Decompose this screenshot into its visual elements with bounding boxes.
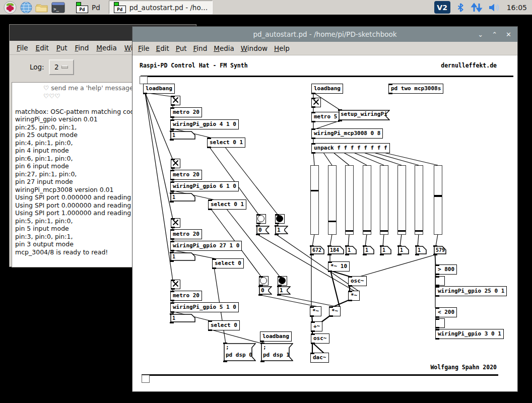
maximize-button[interactable]: ⌃ <box>492 31 497 38</box>
vslider[interactable] <box>363 165 371 235</box>
menu-put[interactable]: Put <box>56 44 68 52</box>
patch-title-comment: Raspi-PD Control Hat - FM Synth <box>140 62 248 69</box>
taskbar-item-label: Pd <box>92 4 100 12</box>
patch-menu-bar: File Edit Put Find Media Window Help <box>132 42 517 55</box>
menu-edit[interactable]: Edit <box>156 44 169 52</box>
bottom-rule <box>142 374 498 376</box>
log-level-value: 2 <box>54 63 59 71</box>
bang-button[interactable] <box>259 276 269 286</box>
wiringpi-gpio-object: wiringPi_gpio 6 1 0 <box>170 181 239 191</box>
times-object: *~ <box>310 306 321 316</box>
file-manager-icon[interactable] <box>35 1 49 14</box>
log-label: Log: <box>30 63 44 71</box>
number-box-672[interactable]: 672 <box>310 246 324 254</box>
taskbar-item-pd-autostart[interactable]: Pd pd_autostart.pd - /ho… <box>109 1 213 14</box>
wiringpi-gpio-object: wiringPi_gpio 4 1 0 <box>170 119 239 129</box>
patch-canvas[interactable]: Raspi-PD Control Hat - FM Synth dernulle… <box>132 55 517 391</box>
website-comment: dernulleffekt.de <box>441 62 497 69</box>
toggle-checked[interactable] <box>171 159 180 168</box>
system-tray: V2 16:05 <box>434 1 529 14</box>
pd-dsp-1-message[interactable]: ;pd dsp 1 <box>261 343 293 361</box>
toggle-checked[interactable] <box>171 218 180 228</box>
vslider[interactable] <box>397 165 406 235</box>
menu-window[interactable]: Window <box>241 44 268 52</box>
menu-media[interactable]: Media <box>214 44 234 52</box>
menu-put[interactable]: Put <box>176 44 187 52</box>
toggle-checked[interactable] <box>171 96 180 105</box>
bang-button[interactable] <box>256 214 266 224</box>
window-buttons: ⌄ ⌃ ✕ <box>478 27 511 42</box>
times10-object: *~ 10 <box>328 261 350 272</box>
loadbang-object: loadbang <box>143 84 175 94</box>
less-than-object: < 200 <box>435 307 457 317</box>
toggle-unchecked[interactable] <box>435 318 445 328</box>
wiringpi-gpio-object: wiringPi_gpio 27 1 0 <box>170 241 242 251</box>
window-title-bar[interactable]: pd_autostart.pd - /home/pi/PD-sketchbook… <box>132 27 517 42</box>
number-box[interactable]: 1 <box>170 131 195 140</box>
vslider[interactable] <box>345 165 354 235</box>
network-arrows-icon[interactable] <box>471 3 483 13</box>
osc-object: osc~ <box>348 276 367 286</box>
wiringpi-gpio-object: wiringPi_gpio 5 1 0 <box>170 302 239 312</box>
minimize-button[interactable]: ⌄ <box>478 31 483 38</box>
menu-find[interactable]: Find <box>75 44 89 52</box>
number-box-579[interactable]: 579 <box>434 246 446 254</box>
number-box[interactable]: 1 <box>380 246 391 254</box>
vslider[interactable] <box>310 165 319 235</box>
vnc-icon[interactable]: V2 <box>434 1 450 14</box>
menu-file[interactable]: File <box>138 44 150 52</box>
number-box[interactable]: 1 <box>170 314 195 322</box>
times-object: *~ <box>348 291 360 301</box>
message-0[interactable]: 0 <box>259 286 272 295</box>
select-object: select 0 <box>208 320 240 330</box>
number-box-184[interactable]: 184 <box>328 246 344 254</box>
window-title: pd_autostart.pd - /home/pi/PD-sketchbook <box>253 30 396 38</box>
toggle-checked[interactable] <box>171 280 180 289</box>
terminal-icon[interactable]: >_ <box>51 1 65 14</box>
loadbang-object: loadbang <box>311 84 343 94</box>
number-box[interactable]: 1 <box>346 246 357 254</box>
select-object: select 0 1 <box>207 138 245 148</box>
menu-edit[interactable]: Edit <box>36 44 49 52</box>
pd-dsp-0-message[interactable]: ;pd dsp 0 <box>224 343 256 361</box>
top-rule <box>141 76 513 77</box>
close-button[interactable]: ✕ <box>506 31 511 38</box>
menu-media[interactable]: Media <box>96 44 117 52</box>
menu-find[interactable]: Find <box>193 44 208 52</box>
dropdown-indicator-icon <box>61 65 68 69</box>
bottom-left-square[interactable] <box>142 375 150 383</box>
number-box[interactable]: 1 <box>363 246 374 254</box>
number-box[interactable]: 1 <box>170 252 195 261</box>
vslider[interactable] <box>328 165 337 235</box>
osc-object: osc~ <box>311 333 329 344</box>
toggle-checked[interactable] <box>311 98 321 107</box>
message-1[interactable]: 1 <box>275 226 288 234</box>
web-browser-icon[interactable] <box>19 1 33 14</box>
pd-window-icon: Pd <box>114 4 126 13</box>
raspberry-menu-icon[interactable] <box>3 1 17 14</box>
number-box[interactable]: 1 <box>398 246 409 254</box>
setup-wiringpi-message[interactable]: setup_wiringPi <box>339 110 390 120</box>
vslider[interactable] <box>380 165 388 235</box>
subpatch-two-mcp3008s[interactable]: pd two mcp3008s <box>388 84 443 94</box>
bang-button-active[interactable] <box>275 214 285 224</box>
vslider[interactable] <box>434 165 442 235</box>
bang-button-active[interactable] <box>278 276 287 286</box>
bluetooth-icon[interactable] <box>456 3 465 13</box>
number-box[interactable]: 1 <box>416 246 427 254</box>
number-box[interactable]: 1 <box>170 193 195 202</box>
menu-help[interactable]: Help <box>274 44 290 52</box>
metro-object: metro 20 <box>170 291 202 301</box>
taskbar-item-pd[interactable]: Pd Pd <box>72 1 105 14</box>
greater-than-object: > 800 <box>435 264 457 275</box>
message-1[interactable]: 1 <box>278 286 291 295</box>
message-0[interactable]: 0 <box>256 226 270 234</box>
volume-icon[interactable] <box>488 3 500 13</box>
pd-patch-window: pd_autostart.pd - /home/pi/PD-sketchbook… <box>132 26 518 392</box>
select-object: select 0 1 <box>208 199 246 210</box>
top-left-square[interactable] <box>140 76 148 84</box>
log-level-dropdown[interactable]: 2 <box>49 59 74 75</box>
toggle-unchecked[interactable] <box>435 276 445 286</box>
menu-file[interactable]: File <box>17 44 28 52</box>
vslider[interactable] <box>415 165 423 235</box>
